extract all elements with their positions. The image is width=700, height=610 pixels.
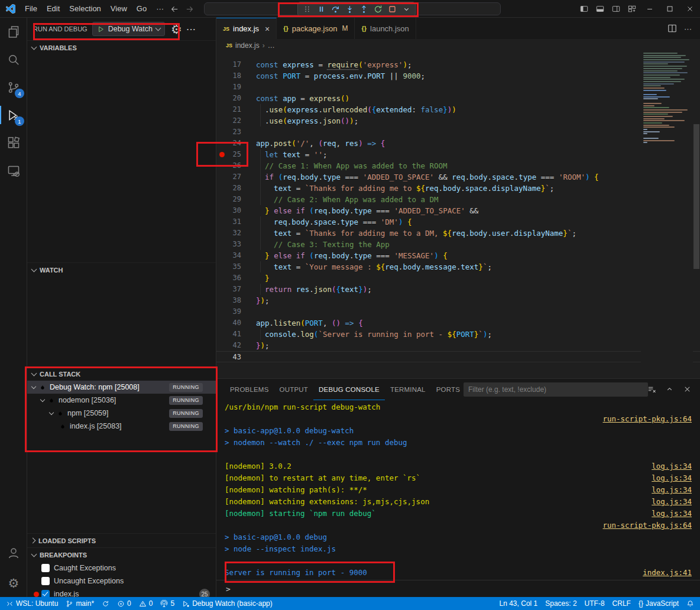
minimize-button[interactable] bbox=[640, 0, 660, 18]
maximize-button[interactable] bbox=[660, 0, 680, 18]
line-number[interactable]: 22 bbox=[227, 115, 241, 126]
code-line[interactable]: 38}); bbox=[216, 295, 700, 306]
line-number[interactable]: 27 bbox=[227, 171, 241, 183]
code-line[interactable]: 29 // Case 2: When App was added to a DM bbox=[216, 194, 700, 205]
activity-manage-settings[interactable]: ⚙ bbox=[0, 569, 27, 597]
customize-layout-button[interactable] bbox=[624, 0, 640, 18]
line-number[interactable]: 26 bbox=[227, 160, 241, 171]
start-debug-icon[interactable] bbox=[97, 25, 105, 33]
status-indentation[interactable]: Spaces: 2 bbox=[545, 599, 576, 608]
call-stack-row[interactable]: npm [25059]RUNNING bbox=[27, 407, 216, 420]
code-line[interactable]: 23 bbox=[216, 126, 700, 138]
call-stack-row[interactable]: nodemon [25036]RUNNING bbox=[27, 394, 216, 407]
status-forwarded-ports[interactable]: 5 bbox=[160, 599, 174, 608]
breakpoint-gutter[interactable] bbox=[216, 93, 227, 104]
step-over-button[interactable] bbox=[328, 3, 342, 16]
code-text[interactable]: .use(express.urlencoded({extended: false… bbox=[241, 104, 456, 115]
launch-config-dropdown[interactable]: Debug Watch bbox=[92, 22, 165, 36]
line-number[interactable]: 31 bbox=[227, 216, 241, 228]
line-number[interactable]: 29 bbox=[227, 194, 241, 205]
code-line[interactable]: 35 text = `Your message : ${req.body.mes… bbox=[216, 261, 700, 272]
breakpoint-gutter[interactable] bbox=[216, 205, 227, 216]
breakpoint-gutter[interactable] bbox=[216, 352, 227, 362]
code-line[interactable]: 37 return res.json({text}); bbox=[216, 284, 700, 295]
source-link[interactable]: index.js:41 bbox=[643, 567, 692, 579]
section-loaded-scripts[interactable]: LOADED SCRIPTS bbox=[27, 533, 216, 547]
code-text[interactable]: let text = ''; bbox=[241, 149, 327, 160]
breakpoint-gutter[interactable] bbox=[216, 149, 227, 160]
line-number[interactable]: 30 bbox=[227, 205, 241, 216]
breakpoint-gutter[interactable] bbox=[216, 216, 227, 228]
call-stack-row[interactable]: Debug Watch: npm [25008]RUNNING bbox=[27, 381, 216, 394]
source-link[interactable]: log.js:34 bbox=[652, 508, 692, 520]
breakpoint-checkbox[interactable] bbox=[41, 590, 50, 597]
line-number[interactable]: 32 bbox=[227, 228, 241, 239]
code-line[interactable]: 25 let text = ''; bbox=[216, 149, 700, 160]
breakpoint-gutter[interactable] bbox=[216, 138, 227, 149]
source-link[interactable]: log.js:34 bbox=[652, 484, 692, 496]
section-watch[interactable]: WATCH bbox=[27, 262, 216, 277]
code-text[interactable] bbox=[241, 126, 256, 138]
breakpoint-row[interactable]: Uncaught Exceptions bbox=[27, 575, 216, 588]
line-number[interactable]: 36 bbox=[227, 272, 241, 284]
code-text[interactable]: req.body.space.type === 'DM') { bbox=[241, 216, 411, 228]
breadcrumb[interactable]: JS index.js › … bbox=[216, 39, 700, 51]
activity-explorer[interactable] bbox=[0, 18, 27, 46]
code-line[interactable]: 33 // Case 3: Texting the App bbox=[216, 239, 700, 250]
line-number[interactable]: 18 bbox=[227, 70, 241, 82]
line-number[interactable]: 42 bbox=[227, 340, 241, 351]
panel-tab-debug-console[interactable]: DEBUG CONSOLE bbox=[313, 379, 385, 400]
code-line[interactable]: 41 console.log(`Server is running in por… bbox=[216, 329, 700, 340]
pause-button[interactable] bbox=[314, 3, 328, 16]
menu-selection[interactable]: Selection bbox=[64, 2, 105, 15]
views-more-icon[interactable]: ··· bbox=[187, 25, 196, 34]
go-forward-icon[interactable] bbox=[185, 5, 194, 14]
breakpoint-checkbox[interactable] bbox=[41, 577, 50, 585]
code-line[interactable]: 24app.post('/', (req, res) => { bbox=[216, 138, 700, 149]
toggle-secondary-sidebar-button[interactable] bbox=[608, 0, 624, 18]
configure-gear-icon[interactable]: ⚙ bbox=[171, 23, 182, 35]
breakpoint-gutter[interactable] bbox=[216, 239, 227, 250]
activity-accounts[interactable] bbox=[0, 539, 27, 567]
section-call-stack[interactable]: CALL STACK bbox=[27, 366, 216, 381]
code-line[interactable]: 17const express = require('express'); bbox=[216, 59, 700, 70]
code-text[interactable]: text = `Thanks for adding me to ${req.bo… bbox=[241, 183, 554, 194]
activity-extensions[interactable] bbox=[0, 129, 27, 157]
code-text[interactable]: app.post('/', (req, res) => { bbox=[241, 138, 385, 149]
breakpoint-gutter[interactable] bbox=[216, 284, 227, 295]
code-line[interactable]: 32 text = `Thanks for adding me to a DM,… bbox=[216, 228, 700, 239]
activity-run-and-debug[interactable]: 1 bbox=[0, 101, 27, 129]
line-number[interactable]: 23 bbox=[227, 126, 241, 138]
repl-prompt[interactable]: > bbox=[226, 585, 231, 593]
activity-remote-explorer[interactable] bbox=[0, 157, 27, 184]
section-variables[interactable]: VARIABLES bbox=[27, 40, 216, 54]
code-text[interactable]: // Case 3: Texting the App bbox=[241, 239, 390, 250]
line-number[interactable]: 40 bbox=[227, 317, 241, 329]
panel-tab-terminal[interactable]: TERMINAL bbox=[385, 379, 431, 400]
step-into-button[interactable] bbox=[342, 3, 357, 16]
editor-scrollbar[interactable] bbox=[693, 51, 700, 378]
drag-handle-icon[interactable] bbox=[300, 3, 314, 16]
breakpoint-checkbox[interactable] bbox=[41, 564, 50, 572]
source-link[interactable]: log.js:34 bbox=[652, 496, 692, 508]
status-errors-count[interactable]: 0 bbox=[117, 599, 131, 608]
code-text[interactable]: } else if (req.body.type === 'ADDED_TO_S… bbox=[241, 205, 478, 216]
code-text[interactable]: // Case 2: When App was added to a DM bbox=[241, 194, 439, 205]
code-text[interactable]: return res.json({text}); bbox=[241, 284, 372, 295]
line-number[interactable]: 33 bbox=[227, 239, 241, 250]
breadcrumb-file[interactable]: index.js bbox=[235, 41, 260, 50]
code-line[interactable]: 43 bbox=[216, 351, 700, 362]
breakpoint-gutter[interactable] bbox=[216, 329, 227, 340]
code-line[interactable]: 19 bbox=[216, 82, 700, 93]
code-text[interactable]: if (req.body.type === 'ADDED_TO_SPACE' &… bbox=[241, 171, 599, 183]
tab-package-json[interactable]: {}package.jsonM bbox=[277, 18, 355, 39]
status-encoding[interactable]: UTF-8 bbox=[585, 599, 605, 608]
breakpoint-gutter[interactable] bbox=[216, 104, 227, 115]
toggle-panel-button[interactable] bbox=[592, 0, 608, 18]
go-back-icon[interactable] bbox=[170, 5, 179, 14]
call-stack-row[interactable]: index.js [25083]RUNNING bbox=[27, 420, 216, 433]
code-line[interactable]: 30 } else if (req.body.type === 'ADDED_T… bbox=[216, 205, 700, 216]
menu-view[interactable]: View bbox=[106, 2, 132, 15]
breakpoint-gutter[interactable] bbox=[216, 228, 227, 239]
breakpoint-gutter[interactable] bbox=[216, 317, 227, 329]
